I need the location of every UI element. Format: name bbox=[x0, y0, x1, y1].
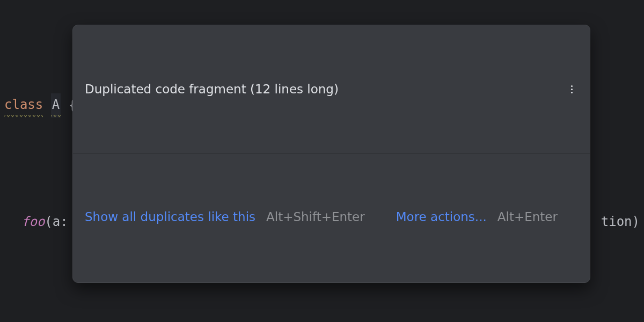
param: a: bbox=[53, 210, 68, 233]
more-vertical-icon[interactable] bbox=[565, 83, 578, 96]
tooltip-title: Duplicated code fragment (12 lines long) bbox=[85, 78, 339, 100]
tooltip-header: Duplicated code fragment (12 lines long) bbox=[73, 70, 590, 109]
tooltip-actions: Show all duplicates like this Alt+Shift+… bbox=[73, 199, 590, 238]
tooltip-separator bbox=[73, 153, 590, 154]
method-name: foo bbox=[21, 210, 45, 233]
more-actions-link[interactable]: More actions... bbox=[396, 206, 487, 228]
code-editor[interactable]: class A { foo(a: tion) cons cons console… bbox=[0, 0, 644, 322]
class-name: A bbox=[51, 93, 61, 118]
truncated-text: tion) bbox=[601, 210, 640, 233]
paren-open: ( bbox=[45, 210, 52, 233]
shortcut-label: Alt+Enter bbox=[497, 206, 558, 228]
show-duplicates-link[interactable]: Show all duplicates like this bbox=[85, 206, 255, 228]
inspection-tooltip: Duplicated code fragment (12 lines long)… bbox=[72, 25, 590, 283]
keyword-class: class bbox=[4, 93, 43, 118]
shortcut-label: Alt+Shift+Enter bbox=[266, 206, 365, 228]
